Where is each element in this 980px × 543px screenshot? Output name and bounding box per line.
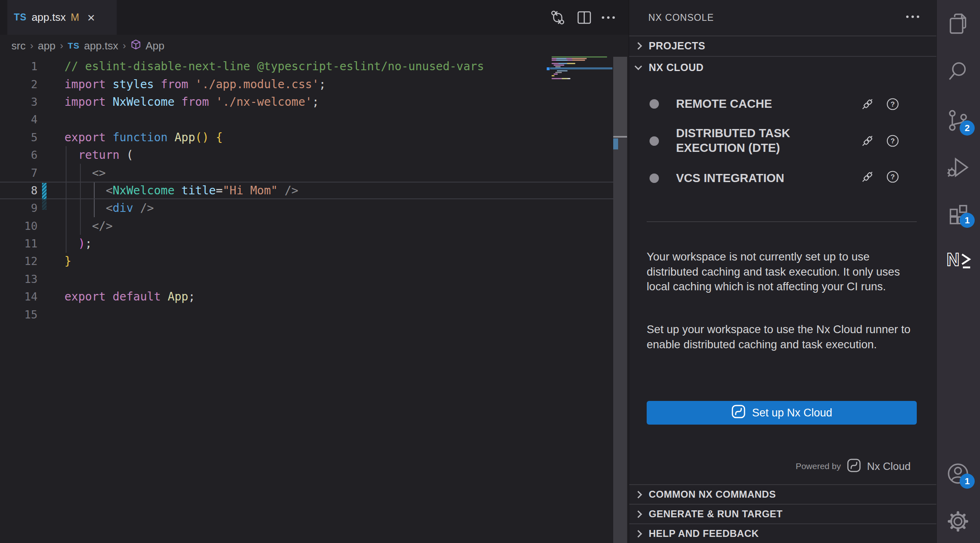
connect-plug-icon[interactable]: [860, 97, 874, 111]
breadcrumb-symbol[interactable]: App: [146, 40, 164, 52]
overview-ruler-modified-marker: [613, 138, 618, 149]
settings-gear-icon[interactable]: [946, 509, 971, 534]
line-number: 14: [0, 290, 38, 303]
code-line[interactable]: 2 import styles from './app.module.css';: [0, 75, 613, 93]
status-dot: [650, 99, 659, 109]
line-number: 12: [0, 255, 38, 267]
close-icon[interactable]: ×: [87, 11, 95, 24]
line-number: 11: [0, 237, 38, 250]
setup-nx-cloud-button[interactable]: Set up Nx Cloud: [647, 401, 917, 425]
line-number: 8: [0, 184, 38, 197]
code-line[interactable]: 13: [0, 270, 613, 288]
extensions-icon[interactable]: 1: [946, 200, 971, 226]
line-number: 4: [0, 113, 38, 126]
line-number: 10: [0, 220, 38, 232]
breadcrumb-separator: ›: [123, 40, 126, 51]
modified-indicator: M: [71, 11, 79, 23]
nx-cloud-logo-icon: [847, 458, 861, 474]
list-item-dte[interactable]: DISTRIBUTED TASK EXECUTION (DTE) ?: [629, 122, 936, 161]
line-number: 13: [0, 273, 38, 285]
code-line-current[interactable]: 8 <NxWelcome title="Hi Mom" />: [0, 182, 613, 199]
chevron-right-icon: [634, 42, 642, 49]
chevron-right-icon: [634, 491, 642, 498]
line-number: 7: [0, 167, 38, 179]
brand-label: Nx Cloud: [867, 460, 911, 473]
tab-bar: TS app.tsx M ×: [0, 0, 629, 35]
svg-text:?: ?: [891, 173, 895, 181]
status-dot: [650, 174, 659, 183]
accounts-icon[interactable]: 1: [946, 461, 971, 487]
code-line[interactable]: 15: [0, 305, 613, 323]
code-editor[interactable]: 1 // eslint-disable-next-line @typescrip…: [0, 58, 613, 323]
explorer-icon[interactable]: [946, 11, 971, 37]
status-dot: [650, 136, 659, 146]
section-common-nx-commands[interactable]: COMMON NX COMMANDS: [629, 484, 936, 504]
code-line[interactable]: 11 );: [0, 235, 613, 252]
minimap[interactable]: [550, 56, 612, 84]
breadcrumb[interactable]: src › app › TS app.tsx › App: [0, 35, 613, 57]
code-line[interactable]: 5 export function App() {: [0, 129, 613, 146]
svg-text:?: ?: [891, 137, 895, 145]
code-line[interactable]: 10 </>: [0, 217, 613, 235]
line-number: 3: [0, 96, 38, 108]
chevron-down-icon: [634, 62, 642, 70]
section-help-and-feedback[interactable]: HELP AND FEEDBACK: [629, 523, 936, 543]
connect-plug-icon[interactable]: [860, 134, 874, 148]
breadcrumb-src[interactable]: src: [11, 40, 26, 52]
more-actions-icon[interactable]: [602, 16, 615, 19]
code-line[interactable]: 1 // eslint-disable-next-line @typescrip…: [0, 58, 613, 75]
modified-gutter-indicator: [42, 199, 47, 210]
code-line[interactable]: 7 <>: [0, 164, 613, 181]
svg-text:?: ?: [891, 100, 895, 108]
section-nx-cloud[interactable]: NX CLOUD: [629, 57, 936, 78]
code-line[interactable]: 4: [0, 111, 613, 128]
setup-instruction-text: Set up your workspace to use the Nx Clou…: [647, 322, 921, 352]
breadcrumb-separator: ›: [30, 40, 33, 51]
code-line[interactable]: 3 import NxWelcome from './nx-welcome';: [0, 93, 613, 111]
code-line[interactable]: 12 }: [0, 252, 613, 270]
modified-gutter-indicator: [42, 183, 47, 199]
nx-cloud-logo-icon: [731, 404, 746, 422]
section-projects[interactable]: PROJECTS: [629, 36, 936, 56]
line-number: 9: [0, 202, 38, 214]
chevron-right-icon: [634, 510, 642, 518]
help-icon[interactable]: ?: [886, 97, 900, 111]
search-icon[interactable]: [946, 59, 971, 85]
typescript-icon: TS: [68, 41, 80, 51]
nx-console-icon[interactable]: N: [946, 248, 971, 273]
panel-title: NX CONSOLE: [648, 12, 714, 23]
activity-bar: 2 1 N 1: [936, 0, 980, 543]
powered-by: Powered by Nx Cloud: [796, 456, 911, 476]
run-debug-icon[interactable]: [946, 155, 971, 180]
symbol-cube-icon: [131, 39, 141, 53]
code-line[interactable]: 9 <div />: [0, 199, 613, 217]
open-changes-icon[interactable]: [549, 9, 567, 27]
breadcrumb-separator: ›: [60, 40, 63, 51]
source-control-badge: 2: [960, 120, 975, 136]
breadcrumb-file[interactable]: app.tsx: [84, 40, 118, 52]
editor-area: TS app.tsx M × src › app ›: [0, 0, 629, 543]
help-icon[interactable]: ?: [886, 134, 900, 148]
list-item-vcs-integration[interactable]: VCS INTEGRATION ?: [629, 167, 936, 190]
split-editor-icon[interactable]: [575, 9, 593, 27]
typescript-icon: TS: [14, 12, 27, 23]
line-number: 15: [0, 308, 38, 321]
editor-scrollbar[interactable]: [613, 57, 627, 543]
minimap-current-line: [550, 67, 612, 69]
workspace-status-text: Your workspace is not currently set up t…: [647, 249, 921, 294]
code-line[interactable]: 14 export default App;: [0, 288, 613, 305]
source-control-icon[interactable]: 2: [946, 108, 971, 134]
line-number: 2: [0, 78, 38, 91]
connect-plug-icon[interactable]: [860, 170, 874, 184]
section-generate-run-target[interactable]: GENERATE & RUN TARGET: [629, 504, 936, 523]
accounts-badge: 1: [960, 474, 975, 489]
help-icon[interactable]: ?: [886, 170, 900, 184]
tab-app-tsx[interactable]: TS app.tsx M ×: [7, 0, 117, 35]
panel-header: NX CONSOLE: [629, 0, 936, 35]
minimap-modified-marker: [547, 67, 550, 70]
breadcrumb-app[interactable]: app: [38, 40, 55, 52]
line-number: 1: [0, 60, 38, 73]
code-line[interactable]: 6 return (: [0, 146, 613, 164]
list-item-remote-cache[interactable]: REMOTE CACHE ?: [629, 92, 936, 116]
more-actions-icon[interactable]: [906, 16, 919, 18]
